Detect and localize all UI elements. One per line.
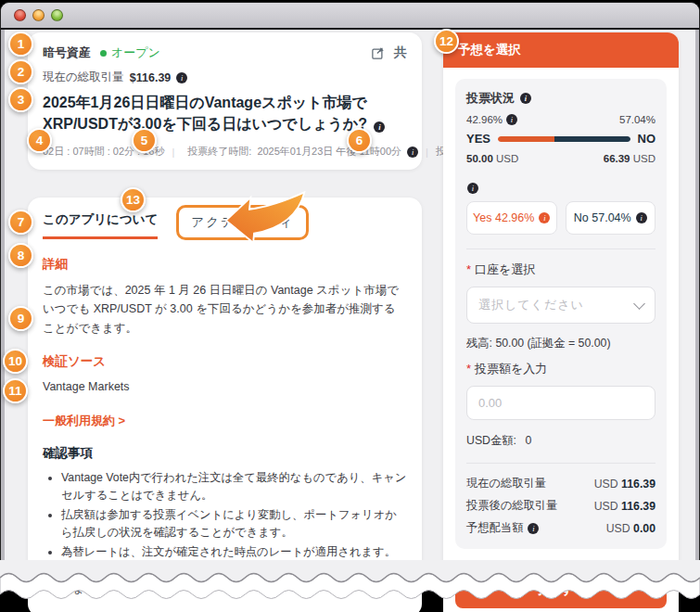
annotation-badge-1: 1 — [8, 32, 33, 57]
no-label: NO — [638, 132, 656, 146]
annotation-badge-2: 2 — [8, 59, 33, 84]
volume-info-icon[interactable] — [176, 72, 187, 83]
no-button[interactable]: No 57.04% — [566, 201, 656, 235]
volume-value: $116.39 — [130, 71, 172, 84]
annotation-badge-3: 3 — [8, 87, 33, 112]
details-body: この市場では、2025 年 1 月 26 日日曜日の Vantage スポット市… — [43, 281, 407, 338]
summary-row: 予想配当額 USD 0.00 — [466, 520, 655, 536]
end-time-label: 投票終了時間: — [187, 145, 251, 159]
torn-edge-decoration — [0, 560, 700, 612]
amount-input[interactable] — [466, 386, 655, 420]
yes-button[interactable]: Yes 42.96% — [466, 201, 557, 235]
volume-label: 現在の総取引量 — [43, 70, 124, 85]
amount-label: 投票額を入力 — [466, 361, 655, 377]
no-button-info-icon[interactable] — [636, 212, 647, 223]
annotation-badge-6: 6 — [347, 128, 372, 153]
yes-currency: USD — [496, 153, 518, 164]
annotation-arrow-icon — [223, 191, 308, 249]
choice-info-icon[interactable] — [467, 183, 478, 194]
summary-label: 現在の総取引量 — [466, 476, 546, 491]
no-percent: 57.04% — [619, 114, 655, 125]
confirm-item: 払戻額は参加する投票イベントにより変動し、ポートフォリオから払戻しの状況を確認す… — [61, 506, 407, 542]
close-window-button[interactable] — [14, 9, 26, 21]
confirm-item: 為替レートは、注文が確定された時点のレートが適用されます。 — [61, 543, 407, 561]
summary-row: 投票後の総取引量 USD 116.39 — [466, 498, 655, 514]
end-time-value: 2025年01月23日 午後 11時00分 — [257, 145, 401, 159]
usd-amount-value: 0 — [525, 434, 531, 447]
annotation-badge-10: 10 — [3, 349, 28, 374]
zoom-window-button[interactable] — [51, 9, 63, 21]
account-label: 口座を選択 — [466, 261, 655, 278]
summary-label: 予想配当額 — [466, 520, 523, 536]
divider — [466, 463, 655, 464]
annotation-badge-9: 9 — [8, 306, 33, 331]
source-value: Vantage Markets — [43, 377, 407, 396]
payout-info-icon[interactable] — [528, 523, 539, 534]
no-currency: USD — [633, 153, 655, 164]
title-info-icon[interactable] — [374, 121, 385, 133]
share-icon[interactable]: 共 — [394, 45, 407, 61]
yes-label: YES — [466, 132, 490, 146]
status-dot-icon — [100, 50, 107, 57]
minimize-window-button[interactable] — [32, 9, 45, 21]
annotation-badge-8: 8 — [8, 243, 33, 268]
details-heading: 詳細 — [43, 256, 407, 273]
yes-bar — [498, 136, 554, 142]
chevron-down-icon — [633, 298, 645, 310]
yes-button-info-icon[interactable] — [539, 212, 550, 223]
source-heading: 検証ソース — [43, 353, 407, 370]
no-bar — [554, 136, 630, 142]
market-title: 2025年1月26日日曜日のVantageスポット市場でXRP/USDTが3.0… — [43, 93, 407, 134]
prediction-panel: 予想を選択 投票状況 42.96% 57.04% YES — [443, 32, 679, 612]
account-select[interactable]: 選択してください — [466, 287, 655, 324]
annotation-badge-5: 5 — [132, 128, 157, 153]
app-window: 暗号資産 オープン 共 現在の総取引量 $116.39 2025年1月26日日曜… — [0, 0, 700, 612]
yes-percent-info-icon[interactable] — [506, 114, 517, 125]
annotation-badge-12: 12 — [434, 29, 459, 54]
yes-amount: 50.00 — [466, 153, 493, 164]
end-time-info-icon[interactable] — [407, 147, 418, 158]
confirm-heading: 確認事項 — [43, 445, 407, 462]
divider — [466, 249, 655, 249]
vote-status-label: 投票状況 — [466, 90, 515, 107]
usd-amount-label: USD金額: — [466, 434, 516, 447]
terms-link[interactable]: 一般利用規約 > — [43, 413, 407, 429]
annotation-badge-4: 4 — [27, 128, 52, 153]
annotation-badge-11: 11 — [3, 378, 28, 403]
summary-row: 現在の総取引量 USD 116.39 — [466, 476, 655, 491]
tab-about[interactable]: このアプリについて — [43, 211, 158, 239]
edit-icon[interactable] — [371, 46, 385, 60]
market-detail-card: このアプリについて アクティビティ 詳細 この市場では、2025 年 1 月 2… — [28, 198, 422, 612]
no-amount: 66.39 — [604, 153, 630, 164]
status-badge: オープン — [111, 45, 160, 61]
annotation-badge-7: 7 — [8, 210, 33, 235]
titlebar — [1, 3, 699, 30]
panel-header: 予想を選択 — [443, 32, 679, 68]
vote-ratio-bar — [498, 136, 630, 142]
account-select-placeholder: 選択してください — [478, 297, 584, 313]
vote-status-info-icon[interactable] — [520, 93, 531, 104]
balance-text: 残高: 50.00 (証拠金 = 50.00) — [466, 336, 655, 351]
confirm-item: Vantage Vote内で行われた注文は全て最終的なものであり、キャンセルする… — [61, 469, 407, 504]
annotation-badge-13: 13 — [121, 187, 146, 212]
category-label: 暗号資産 — [43, 45, 91, 61]
vote-form-card: 投票状況 42.96% 57.04% YES NO — [455, 79, 667, 549]
yes-percent: 42.96% — [466, 114, 503, 125]
summary-label: 投票後の総取引量 — [466, 498, 558, 514]
